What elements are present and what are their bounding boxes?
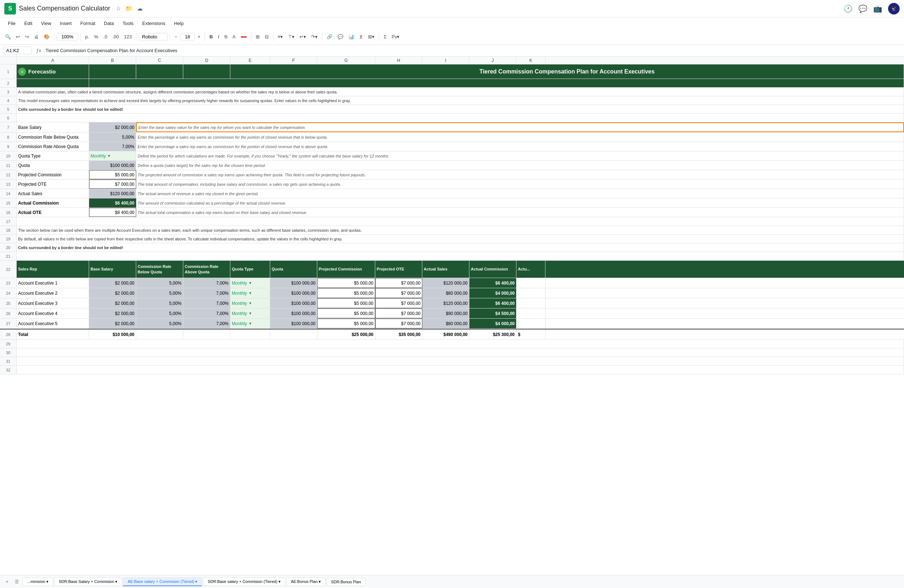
cell-c26[interactable]: 5,00% <box>136 309 183 318</box>
menu-insert[interactable]: Insert <box>56 19 75 27</box>
menu-tools[interactable]: Tools <box>119 19 137 27</box>
font-inc-btn[interactable]: + <box>196 33 203 41</box>
function-btn[interactable]: Pv▾ <box>389 33 401 41</box>
percent-btn[interactable]: % <box>92 33 101 41</box>
cell-d25[interactable]: 7,00% <box>183 298 230 308</box>
cell-b10[interactable]: Monthly ▼ <box>89 151 136 161</box>
cell-c24[interactable]: 5,00% <box>136 288 183 298</box>
col-header-f[interactable]: F <box>270 57 317 64</box>
tab-sdr-base[interactable]: SDR:Base Salary + Commision ▾ <box>54 577 122 586</box>
cell-f24[interactable]: $100 000,00 <box>270 288 317 298</box>
highlight-btn[interactable] <box>239 35 249 39</box>
font-selector[interactable]: Roboto <box>139 33 168 41</box>
tab-sdr-bonus[interactable]: SDR:Bonus Plan <box>326 578 366 586</box>
user-avatar[interactable]: 🦅 <box>888 3 900 14</box>
cell-c23[interactable]: 5,00% <box>136 278 183 288</box>
col-header-e[interactable]: E <box>230 57 270 64</box>
tab-ae-tiered[interactable]: AE:Base salary + Commision (Tiered) ▾ <box>123 577 202 586</box>
tab-ae-bonus[interactable]: AE:Bonus Plan ▾ <box>286 577 326 586</box>
cell-b23[interactable]: $2 000,00 <box>89 278 136 288</box>
font-color-btn[interactable]: A <box>230 33 238 41</box>
sheet-menu-btn[interactable]: ☰ <box>12 578 22 586</box>
search-btn[interactable]: 🔍 <box>3 33 13 41</box>
menu-data[interactable]: Data <box>100 19 117 27</box>
cell-a31[interactable] <box>17 357 904 365</box>
cell-a29[interactable] <box>17 340 904 348</box>
cell-i24[interactable]: $80 000,00 <box>422 288 469 298</box>
number-format[interactable]: 123 <box>122 33 134 41</box>
cell-c27[interactable]: 5,00% <box>136 318 183 328</box>
decimal-dec[interactable]: .0 <box>101 33 109 41</box>
col-header-h[interactable]: H <box>375 57 422 64</box>
valign-btn[interactable]: ⊤▾ <box>286 33 297 41</box>
cell-reference[interactable]: A1:K2 <box>3 47 32 54</box>
font-size-input[interactable]: 18 <box>180 33 195 41</box>
cell-b11[interactable]: $100 000,00 <box>89 161 136 170</box>
paint-format-btn[interactable]: 🎨 <box>42 33 52 41</box>
cell-d24[interactable]: 7,00% <box>183 288 230 298</box>
cell-e27[interactable]: Monthly ▼ <box>230 318 270 328</box>
decimal-inc[interactable]: .00 <box>110 33 121 41</box>
col-header-c[interactable]: C <box>136 57 183 64</box>
cloud-icon[interactable]: ☁ <box>137 5 143 12</box>
cell-b9[interactable]: 7,00% <box>89 142 136 151</box>
col-header-k[interactable]: K <box>517 57 545 64</box>
menu-extensions[interactable]: Extensions <box>139 19 169 27</box>
comment-icon[interactable]: 💬 <box>858 4 868 13</box>
cell-c1[interactable] <box>136 65 183 79</box>
cell-d1[interactable] <box>183 65 230 79</box>
chart-btn[interactable]: 📊 <box>346 33 356 41</box>
cell-e25[interactable]: Monthly ▼ <box>230 298 270 308</box>
italic-btn[interactable]: I <box>216 33 222 41</box>
cell-a1[interactable]: ≡ Forecastio <box>17 65 89 79</box>
folder-icon[interactable]: 📁 <box>125 5 133 12</box>
cell-d23[interactable]: 7,00% <box>183 278 230 288</box>
cell-b27[interactable]: $2 000,00 <box>89 318 136 328</box>
font-dec-btn[interactable]: − <box>172 33 180 41</box>
cell-d27[interactable]: 7,00% <box>183 318 230 328</box>
cell-f25[interactable]: $100 000,00 <box>270 298 317 308</box>
cell-i23[interactable]: $120 000,00 <box>422 278 469 288</box>
strikethrough-btn[interactable]: S <box>222 33 230 41</box>
quota-type-dropdown[interactable]: Monthly ▼ <box>90 153 111 159</box>
cell-a30[interactable] <box>17 348 904 357</box>
cell-f26[interactable]: $100 000,00 <box>270 309 317 318</box>
menu-file[interactable]: File <box>4 19 19 27</box>
comment-btn[interactable]: 💬 <box>335 33 346 41</box>
cell-i27[interactable]: $80 000,00 <box>422 318 469 328</box>
cell-i26[interactable]: $90 000,00 <box>422 309 469 318</box>
redo-btn[interactable]: ↪ <box>23 33 31 41</box>
col-header-i[interactable]: I <box>422 57 469 64</box>
filter-btn[interactable]: ⊻ <box>357 33 365 41</box>
cell-b25[interactable]: $2 000,00 <box>89 298 136 308</box>
bold-btn[interactable]: B <box>207 33 215 41</box>
col-header-b[interactable]: B <box>89 57 136 64</box>
document-title[interactable]: Sales Compensation Calculator <box>19 5 110 12</box>
cell-b8[interactable]: 5,00% <box>89 132 136 142</box>
zoom-selector[interactable]: 100% <box>57 33 78 41</box>
cell-a32[interactable] <box>17 366 904 374</box>
cell-b26[interactable]: $2 000,00 <box>89 309 136 318</box>
undo-btn[interactable]: ↩ <box>14 33 22 41</box>
wrap-btn[interactable]: ↵▾ <box>297 33 308 41</box>
cell-b1[interactable] <box>89 65 136 79</box>
menu-view[interactable]: View <box>37 19 55 27</box>
cell-f23[interactable]: $100 000,00 <box>270 278 317 288</box>
col-header-d[interactable]: D <box>183 57 230 64</box>
tab-sdr-tiered[interactable]: SDR:Base salary + Commision (Tiered) ▾ <box>203 577 285 586</box>
col-header-a[interactable]: A <box>17 57 89 64</box>
cell-c25[interactable]: 5,00% <box>136 298 183 308</box>
cell-d26[interactable]: 7,00% <box>183 309 230 318</box>
link-btn[interactable]: 🔗 <box>324 33 335 41</box>
cell-i25[interactable]: $120 000,00 <box>422 298 469 308</box>
col-header-j[interactable]: J <box>469 57 517 64</box>
cell-e26[interactable]: Monthly ▼ <box>230 309 270 318</box>
rotate-btn[interactable]: ↷▾ <box>309 33 320 41</box>
cell-b14[interactable]: $120 000,00 <box>89 189 136 198</box>
menu-help[interactable]: Help <box>170 19 187 27</box>
merge-btn[interactable]: ⊟ <box>262 33 271 41</box>
format-type[interactable]: p. <box>83 33 91 41</box>
align-btn[interactable]: ≡▾ <box>276 33 285 41</box>
star-icon[interactable]: ☆ <box>116 5 121 12</box>
cell-b24[interactable]: $2 000,00 <box>89 288 136 298</box>
